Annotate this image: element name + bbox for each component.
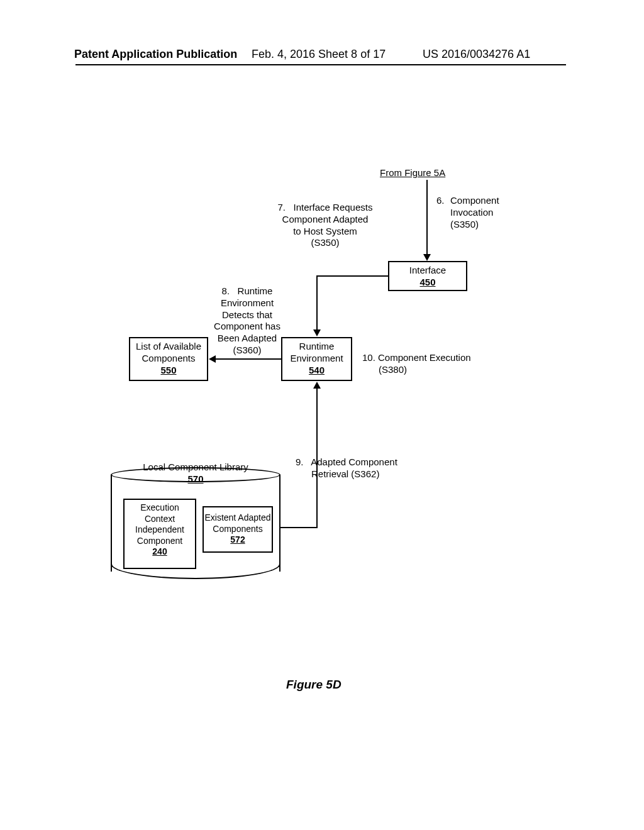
label-step9: 9. Adapted Component Retrieval (S362)	[296, 456, 421, 480]
ecic-a: Execution	[140, 502, 179, 512]
arrow-step7-v	[316, 275, 318, 331]
step6-c: (S350)	[450, 219, 479, 230]
arrow-step7-h	[316, 275, 388, 277]
step10-a: 10. Component Execution	[362, 352, 471, 363]
runtime-a: Runtime	[299, 341, 335, 351]
lib-title: Local Component Library	[143, 462, 248, 472]
arrow-step9-head-icon	[313, 382, 321, 389]
step7-a: Interface Requests	[294, 202, 373, 213]
label-step7: 7. Interface Requests Component Adapted …	[272, 202, 379, 249]
step7-num: 7.	[278, 202, 286, 213]
step8-f: (S360)	[233, 345, 261, 355]
page: Patent Application Publication Feb. 4, 2…	[0, 0, 644, 830]
box-execution-context-independent-component: Execution Context Independent Component …	[123, 499, 196, 569]
eac-ref: 572	[230, 534, 245, 545]
ecic-c: Independent	[135, 524, 184, 534]
step9-num: 9.	[296, 456, 304, 467]
runtime-ref: 540	[309, 365, 325, 375]
header-rule	[75, 64, 566, 65]
lib-title-block: Local Component Library 570	[111, 462, 280, 485]
runtime-b: Environment	[290, 353, 343, 363]
box-existent-adapted-components: Existent Adapted Components 572	[203, 506, 273, 553]
step7-b: Component Adapted	[282, 214, 369, 224]
box-interface: Interface 450	[388, 261, 467, 291]
arrow-step8-head-icon	[209, 355, 216, 363]
box-runtime-environment: Runtime Environment 540	[281, 337, 352, 381]
ecic-ref: 240	[152, 546, 167, 556]
arrow-step6-line	[426, 180, 428, 255]
step9-b: Retrieval (S362)	[311, 468, 379, 479]
label-step10: 10. Component Execution (S380)	[362, 352, 501, 376]
list-b: Components	[142, 353, 195, 363]
eac-a: Existent Adapted	[204, 512, 270, 523]
step8-c: Detects that	[222, 309, 272, 320]
box-list-available-components: List of Available Components 550	[129, 337, 208, 381]
step8-d: Component has	[214, 321, 280, 331]
label-step6: 6.Component Invocation (S350)	[436, 195, 518, 230]
arrow-step9-h	[279, 527, 318, 528]
figure-caption: Figure 5D	[286, 678, 341, 692]
arrow-step8-line	[215, 358, 281, 360]
list-a: List of Available	[136, 341, 201, 351]
arrow-step9-v	[316, 388, 318, 528]
step7-d: (S350)	[311, 237, 339, 248]
header-mid: Feb. 4, 2016 Sheet 8 of 17	[252, 48, 386, 61]
arrow-step6-head-icon	[423, 254, 431, 261]
header-left: Patent Application Publication	[74, 48, 237, 61]
step8-e: Been Adapted	[218, 333, 277, 343]
eac-b: Components	[213, 524, 262, 534]
list-ref: 550	[160, 365, 176, 375]
interface-title: Interface	[409, 265, 446, 275]
step6-b: Invocation	[450, 207, 493, 218]
step7-c: to Host System	[293, 226, 357, 236]
arrow-step7-head-icon	[313, 329, 321, 336]
step8-b: Environment	[221, 297, 274, 308]
step8-a: Runtime	[238, 285, 273, 296]
step6-a: Component	[450, 195, 499, 206]
step8-num: 8.	[222, 285, 230, 296]
from-figure-link: From Figure 5A	[380, 167, 445, 178]
ecic-b: Context	[145, 514, 175, 524]
lib-ref: 570	[187, 473, 203, 484]
interface-ref: 450	[419, 277, 435, 287]
label-step8: 8. Runtime Environment Detects that Comp…	[206, 285, 288, 357]
step6-num: 6.	[436, 195, 450, 207]
step10-b: (S380)	[379, 364, 407, 375]
step9-a: Adapted Component	[311, 456, 397, 467]
header-right: US 2016/0034276 A1	[423, 48, 530, 61]
ecic-d: Component	[137, 536, 182, 546]
